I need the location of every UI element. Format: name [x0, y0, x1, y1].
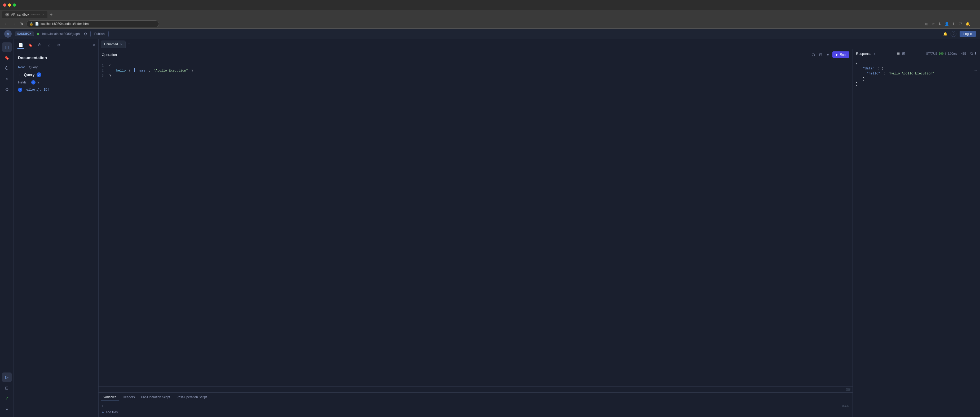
doc-tool-bookmark[interactable]: 🔖 — [27, 41, 34, 49]
resp-colon: : { — [878, 66, 883, 71]
more-options-icon[interactable]: ∨ — [826, 51, 830, 58]
code-arg-value: "Apollo Execution" — [154, 68, 188, 73]
fields-expand-icon[interactable]: ∨ — [37, 81, 40, 84]
browser-chrome — [0, 0, 980, 10]
doc-tool-settings[interactable]: ⚙ — [55, 41, 62, 49]
query-title: Query — [24, 73, 35, 77]
response-download-icon[interactable]: ⬇ — [974, 51, 977, 56]
bookmark-icon[interactable]: ☆ — [932, 22, 935, 26]
code-close-paren: ) — [191, 68, 193, 73]
profile-icon[interactable]: 👤 — [945, 22, 949, 26]
tab-title: API sandbox — [11, 13, 29, 16]
new-tab-button[interactable]: + — [48, 12, 54, 17]
operation-title: Operation — [102, 53, 808, 57]
response-size: 43B — [961, 52, 966, 55]
address-input[interactable]: 🔒 📄 localhost:8080/sandbox/index.html — [27, 21, 159, 27]
response-list-icon[interactable]: ☰ — [897, 51, 900, 56]
editor-more-icon[interactable]: ⋯ — [974, 69, 977, 73]
minimize-traffic-light[interactable] — [8, 3, 11, 6]
fields-check-badge: ✓ — [31, 80, 35, 84]
menu-icon[interactable]: ⋮ — [973, 22, 977, 26]
settings-gear-icon[interactable]: ⚙ — [84, 32, 87, 36]
doc-collapse-icon[interactable]: « — [93, 43, 95, 48]
sidebar-item-schema[interactable]: ⊞ — [2, 383, 12, 393]
sidebar-item-check[interactable]: ✓ — [2, 394, 12, 403]
doc-title: Documentation — [18, 56, 94, 60]
resp-colon-2: : — [883, 71, 885, 76]
sidebar-item-settings[interactable]: ⚙ — [2, 85, 12, 94]
endpoint-url: http://localhost:8080/graphl — [42, 32, 81, 36]
tab-unnamed-close[interactable]: ✕ — [120, 43, 122, 46]
tab-post-operation[interactable]: Post-Operation Script — [174, 394, 210, 401]
code-indent — [109, 68, 113, 73]
bell-icon[interactable]: 🔔 — [943, 32, 947, 36]
tab-variables[interactable]: Variables — [101, 394, 119, 401]
login-button[interactable]: Log in — [959, 31, 976, 37]
field-check-icon: ✓ — [18, 88, 22, 92]
response-chevron-icon[interactable]: ∨ — [874, 52, 876, 55]
notification-icon[interactable]: 🔔 — [966, 22, 970, 26]
doc-tool-history[interactable]: ⏱ — [36, 41, 43, 49]
tab-headers[interactable]: Headers — [120, 394, 137, 401]
sidebar-item-bookmarks[interactable]: 🔖 — [2, 53, 12, 62]
breadcrumb: Root › Query — [18, 65, 94, 69]
back-button[interactable]: ← — [3, 21, 9, 27]
code-line-2: 2 hello(name: "Apollo Execution") — [102, 68, 850, 73]
code-open-brace: { — [109, 63, 111, 68]
tab-unnamed[interactable]: Unnamed ✕ — [101, 41, 126, 48]
tab-pre-operation[interactable]: Pre-Operation Script — [138, 394, 173, 401]
sidebar-item-history[interactable]: ⏱ — [2, 64, 12, 73]
resp-close-data: } — [863, 76, 865, 81]
response-title: Response — [856, 52, 872, 56]
code-arg-name: name — [138, 68, 145, 73]
response-copy-icon[interactable]: ⧉ — [970, 51, 973, 56]
response-header: Response ∨ ☰ ⊞ STATUS 200 | 6.00ms | 43B — [853, 49, 980, 58]
response-line-5: } — [856, 81, 977, 87]
sidebar-item-search[interactable]: ⌕ — [2, 74, 12, 84]
field-name: hello(…): ID! — [24, 88, 49, 92]
breadcrumb-root[interactable]: Root — [18, 65, 25, 69]
forward-button[interactable]: → — [11, 21, 17, 27]
resp-key-data: "data" — [863, 66, 874, 71]
sidebar-expand-icon[interactable]: » — [2, 404, 12, 414]
traffic-lights — [3, 3, 16, 6]
download-icon[interactable]: ⬇ — [938, 22, 941, 26]
tab-close-button[interactable]: ✕ — [42, 13, 44, 16]
extensions-icon[interactable]: ⊞ — [925, 22, 928, 26]
response-body: { "data" : { "hello" : "Hello Apollo Exe… — [853, 58, 980, 417]
publish-button[interactable]: Publish — [91, 31, 109, 37]
sidebar-item-response[interactable]: ▷ — [2, 372, 12, 382]
add-files-button[interactable]: + Add files — [102, 410, 850, 415]
doc-tool-document[interactable]: 📄 — [17, 41, 24, 49]
status-bar: STATUS 200 | 6.00ms | 43B — [926, 52, 966, 55]
code-editor[interactable]: 1 { 2 hello(name: "Apollo Execution") 3 … — [99, 60, 853, 386]
field-item-hello[interactable]: ✓ hello(…): ID! — [18, 87, 94, 93]
query-back-button[interactable]: ← — [18, 73, 22, 77]
doc-tool-search[interactable]: ⌕ — [46, 41, 53, 49]
fields-sort-icon[interactable]: ↓ — [28, 81, 30, 84]
copy-icon[interactable]: ⬡ — [811, 51, 816, 58]
variables-panel: Variables Headers Pre-Operation Script P… — [99, 392, 853, 417]
tab-bar: A API sandbox MUTED ✕ + — [0, 10, 980, 19]
fields-header: Fields ↓ ✓ ∨ — [18, 80, 94, 84]
response-line-4: } — [856, 76, 977, 81]
sidebar-item-operations[interactable]: ◫ — [2, 42, 12, 52]
share-icon[interactable]: ⬆ — [952, 22, 955, 26]
prettify-icon[interactable]: ⊟ — [818, 51, 823, 58]
new-tab-button[interactable]: + — [126, 41, 132, 47]
refresh-button[interactable]: ↻ — [19, 21, 24, 27]
tab-api-sandbox[interactable]: A API sandbox MUTED ✕ — [2, 11, 48, 18]
status-separator-1: | — [945, 52, 946, 55]
resp-key-hello: "hello" — [867, 71, 880, 76]
browser-actions: ⊞ ☆ ⬇ 👤 ⬆ 🛡 🔔 ⋮ — [925, 22, 977, 26]
close-traffic-light[interactable] — [3, 3, 6, 6]
run-button[interactable]: Run — [832, 51, 850, 58]
cursor — [134, 68, 135, 72]
var-line-number: 1 — [102, 404, 103, 408]
help-icon[interactable]: ? — [951, 31, 956, 37]
response-grid-icon[interactable]: ⊞ — [902, 51, 905, 56]
shield-icon[interactable]: 🛡 — [959, 22, 962, 26]
breadcrumb-separator: › — [26, 65, 27, 69]
maximize-traffic-light[interactable] — [13, 3, 16, 6]
code-open-paren: ( — [129, 68, 130, 73]
